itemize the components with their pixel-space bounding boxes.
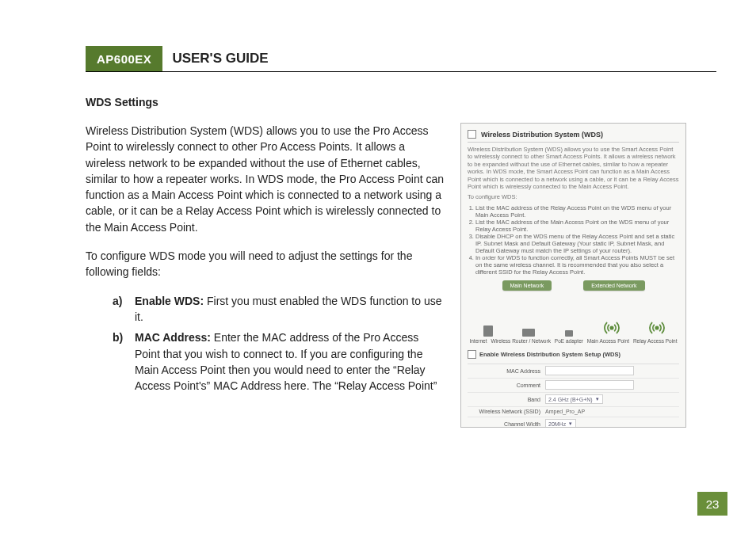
enable-wds-row: Enable Wireless Distribution System Setu…	[468, 350, 679, 359]
dia-label: PoE adapter	[555, 338, 583, 344]
dia-label: Wireless Router / Network	[491, 338, 551, 344]
router-icon	[513, 329, 544, 337]
topology-diagram: Main Network Extended Network	[468, 280, 679, 344]
step-bullet: a)	[113, 293, 127, 326]
step-body: Enable WDS: First you must enabled the W…	[135, 293, 446, 326]
dia-label: Internet	[469, 338, 487, 344]
step-lead: Enable WDS:	[135, 295, 204, 307]
band-select[interactable]: 2.4 GHz (B+G+N)▾	[545, 394, 603, 404]
field-label: Band	[469, 397, 540, 402]
panel-title-row: Wireless Distribution System (WDS)	[468, 130, 679, 143]
step-b: b) MAC Address: Enter the MAC address of…	[113, 329, 446, 394]
chevron-down-icon: ▾	[568, 421, 573, 426]
panel-title: Wireless Distribution System (WDS)	[481, 131, 603, 139]
page-number-badge: 23	[697, 492, 727, 516]
cfg-item: List the MAC address of the Relay Access…	[475, 204, 679, 219]
step-bullet: b)	[113, 329, 127, 394]
internet-icon	[472, 326, 504, 337]
svg-point-0	[610, 326, 613, 329]
chevron-down-icon: ▾	[595, 397, 600, 402]
panel-configure-list: List the MAC address of the Relay Access…	[468, 204, 679, 276]
text-column: Wireless Distribution System (WDS) allow…	[86, 123, 446, 428]
ssid-value: Amped_Pro_AP	[545, 409, 678, 414]
step-body: MAC Address: Enter the MAC address of th…	[135, 329, 446, 394]
cfg-item: In order for WDS to function correctly, …	[475, 254, 679, 276]
steps-list: a) Enable WDS: First you must enabled th…	[86, 293, 446, 394]
wds-form: MAC Address Comment Band 2.4 GHz (B+G+N)…	[468, 364, 679, 428]
cfg-item: List the MAC address of the Main Access …	[475, 219, 679, 233]
field-label: MAC Address	[469, 368, 540, 374]
mac-input[interactable]	[545, 366, 634, 375]
panel-configure-heading: To configure WDS:	[468, 193, 679, 200]
document-title: USER'S GUIDE	[162, 46, 277, 71]
svg-point-1	[655, 326, 658, 329]
section-title: WDS Settings	[86, 96, 724, 109]
dia-label: Relay Access Point	[633, 338, 678, 344]
page-header: AP600EX USER'S GUIDE	[86, 46, 716, 72]
extended-network-chip: Extended Network	[583, 280, 644, 291]
panel-blurb: Wireless Distribution System (WDS) allow…	[468, 146, 679, 190]
document-page: AP600EX USER'S GUIDE WDS Settings Wirele…	[0, 0, 756, 533]
poe-icon	[553, 330, 585, 337]
main-network-chip: Main Network	[502, 280, 552, 291]
cfg-item: Disable DHCP on the WDS menu of the Rela…	[475, 233, 679, 254]
body-columns: Wireless Distribution System (WDS) allow…	[86, 123, 724, 428]
step-a: a) Enable WDS: First you must enabled th…	[113, 293, 446, 326]
field-label: Wireless Network (SSID)	[469, 409, 540, 414]
wds-config-panel: Wireless Distribution System (WDS) Wirel…	[460, 123, 686, 428]
step-lead: MAC Address:	[135, 331, 211, 344]
product-code-chip: AP600EX	[86, 46, 162, 71]
paragraph-intro: Wireless Distribution System (WDS) allow…	[86, 123, 446, 235]
paragraph-instructions: To configure WDS mode you will need to a…	[86, 248, 446, 280]
relay-ap-icon	[639, 319, 675, 337]
field-label: Comment	[469, 383, 540, 388]
dia-label: Main Access Point	[587, 338, 629, 344]
collapse-icon[interactable]	[468, 130, 476, 139]
field-label: Channel Width	[469, 421, 540, 427]
enable-wds-checkbox[interactable]	[468, 350, 476, 359]
width-select[interactable]: 20MHz▾	[545, 419, 576, 428]
comment-input[interactable]	[545, 380, 634, 390]
main-ap-icon	[594, 319, 630, 337]
enable-wds-label: Enable Wireless Distribution System Setu…	[479, 351, 620, 358]
